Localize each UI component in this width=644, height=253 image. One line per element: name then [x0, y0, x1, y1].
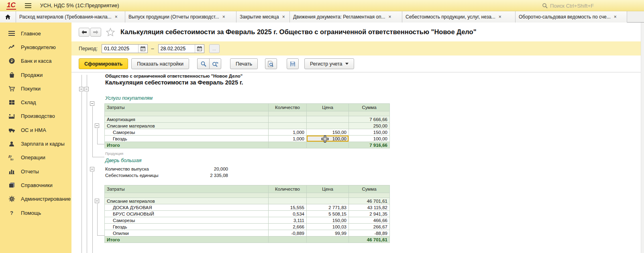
report-cell[interactable] [307, 116, 349, 123]
global-search[interactable]: Поиск Ctrl+Shift+F [542, 0, 594, 11]
report-cell[interactable]: 3,111 [269, 217, 307, 224]
report-cell[interactable]: Гвоздь [105, 136, 269, 142]
register-menu-button[interactable]: Регистр учета [304, 58, 354, 69]
close-icon[interactable]: × [499, 14, 501, 19]
report-cell[interactable]: 0,534 [269, 211, 307, 217]
sidebar-item-proizvodstvo[interactable]: Производство [0, 109, 71, 123]
period-from-input[interactable] [102, 45, 138, 53]
tab-dvizheniya-dokumenta[interactable]: Движения документа: Регламентная оп... × [290, 11, 402, 23]
generate-button[interactable]: Сформировать [79, 58, 128, 69]
report-cell[interactable]: 150,00 [307, 129, 349, 136]
sidebar-item-os-i-nma[interactable]: ОС и НМА [0, 123, 71, 137]
tab-raskhod-materialov[interactable]: Расход материалов (Требования-накла... × [16, 11, 125, 23]
report-cell[interactable] [307, 237, 349, 243]
collapse-button[interactable] [90, 167, 94, 171]
report-cell[interactable]: Амортизация [105, 116, 269, 123]
collapse-button[interactable] [95, 199, 99, 203]
print-preview-button[interactable] [265, 58, 277, 69]
close-icon[interactable]: × [389, 14, 391, 19]
stat-value[interactable]: 2 335,08 [210, 173, 228, 178]
sidebar-item-rukovoditelyu[interactable]: Руководителю [0, 40, 71, 54]
close-icon[interactable]: × [222, 14, 225, 19]
report-cell[interactable]: 43 115,82 [349, 204, 390, 211]
sidebar-item-pokupki[interactable]: Покупки [0, 82, 71, 95]
sidebar-item-glavnoe[interactable]: Главное [0, 27, 71, 40]
report-cell[interactable]: Итого [105, 142, 269, 148]
report-cell[interactable]: Списание материалов [105, 198, 269, 204]
report-cell[interactable]: Саморезы [105, 129, 269, 136]
collapse-button[interactable] [84, 87, 89, 91]
report-cell[interactable]: -0,889 [269, 230, 307, 237]
report-cell[interactable]: 2 941,35 [349, 211, 390, 217]
find-button[interactable] [197, 58, 209, 69]
sidebar-item-prodazhi[interactable]: Продажи [0, 68, 71, 82]
collapse-button[interactable] [90, 101, 94, 106]
tab-zakrytie-mesyaca[interactable]: Закрытие месяца × [236, 11, 290, 23]
sidebar-item-zarplata-i-kadry[interactable]: Зарплата и кадры [0, 137, 71, 150]
column-header[interactable]: Цена [307, 104, 349, 111]
report-cell[interactable] [269, 142, 307, 148]
column-header[interactable]: Сумма [349, 185, 390, 193]
report-cell[interactable]: 2,666 [269, 224, 307, 230]
tab-sebestoimost-produkcii[interactable]: Себестоимость продукции, услуг, неза... … [402, 11, 516, 23]
main-menu-icon[interactable] [25, 3, 31, 8]
report-cell[interactable]: 1,000 [269, 136, 307, 142]
calendar-icon[interactable] [138, 45, 147, 53]
report-cell[interactable] [269, 198, 307, 204]
find-next-button[interactable] [209, 58, 221, 69]
report-cell[interactable]: 2 771,83 [307, 204, 349, 211]
column-header[interactable]: Затраты [105, 185, 269, 193]
tab-oborotno-saldovaya[interactable]: Оборотно-сальдовая ведомость по сче... × [516, 11, 627, 23]
print-button[interactable]: Печать [230, 58, 258, 69]
report-cell[interactable]: Гвоздь [105, 224, 269, 230]
selected-cell[interactable]: 100,00 [307, 136, 349, 142]
close-icon[interactable]: × [614, 14, 617, 19]
report-cell[interactable]: 46 701,61 [349, 198, 390, 204]
report-cell[interactable] [269, 237, 307, 243]
stat-value[interactable]: 20,000 [214, 167, 228, 171]
sidebar-item-bank-i-kassa[interactable]: Банк и касса [0, 54, 71, 68]
column-header[interactable]: Цена [307, 185, 349, 193]
column-header[interactable]: Сумма [349, 104, 390, 111]
report-cell[interactable]: 7 666,66 [349, 116, 390, 123]
report-cell[interactable]: 5 508,15 [307, 211, 349, 217]
tab-home[interactable] [0, 11, 16, 23]
report-cell[interactable] [307, 198, 349, 204]
collapse-button[interactable] [95, 123, 99, 128]
report-cell[interactable]: 46 701,61 [349, 237, 390, 243]
sidebar-item-pomoshch[interactable]: ? Помощь [0, 206, 71, 220]
report-cell[interactable]: 250,00 [349, 123, 390, 129]
calendar-icon[interactable] [195, 45, 204, 53]
report-cell[interactable]: БРУС ОСИНОВЫЙ [105, 211, 269, 217]
report-cell[interactable]: 150,00 [307, 217, 349, 224]
report-cell[interactable]: ДОСКА ДУБОВАЯ [105, 204, 269, 211]
report-cell[interactable] [307, 142, 349, 148]
close-icon[interactable]: × [282, 14, 285, 19]
close-icon[interactable]: × [115, 14, 118, 19]
report-cell[interactable]: Саморезы [105, 217, 269, 224]
column-header[interactable]: Количество [269, 185, 307, 193]
period-more-button[interactable]: ... [209, 44, 220, 53]
report-cell[interactable]: -88,89 [349, 230, 390, 237]
report-cell[interactable]: 1,000 [269, 129, 307, 136]
column-header[interactable]: Количество [269, 104, 307, 111]
report-cell[interactable]: 7 916,66 [349, 142, 390, 148]
column-header[interactable]: Затраты [105, 104, 269, 111]
report-cell[interactable] [269, 116, 307, 123]
vertical-scrollbar[interactable] [641, 23, 644, 253]
report-cell[interactable]: 15,555 [269, 204, 307, 211]
back-button[interactable] [79, 28, 90, 37]
report-cell[interactable]: Списание материалов [105, 123, 269, 129]
sidebar-item-spravochniki[interactable]: Справочники [0, 178, 71, 192]
tab-vypusk-produkcii[interactable]: Выпуск продукции (Отчеты производст... × [125, 11, 236, 23]
report-cell[interactable]: 466,66 [349, 217, 390, 224]
save-button[interactable] [287, 58, 299, 69]
sidebar-item-administrirovanie[interactable]: Администрирование [0, 192, 71, 206]
forward-button[interactable] [90, 28, 101, 37]
report-cell[interactable]: 100,03 [307, 224, 349, 230]
sidebar-item-sklad[interactable]: Склад [0, 95, 71, 109]
period-to-input[interactable] [159, 45, 195, 53]
report-cell[interactable]: 100,00 [349, 136, 390, 142]
report-cell[interactable] [307, 123, 349, 129]
show-settings-button[interactable]: Показать настройки [131, 58, 189, 69]
